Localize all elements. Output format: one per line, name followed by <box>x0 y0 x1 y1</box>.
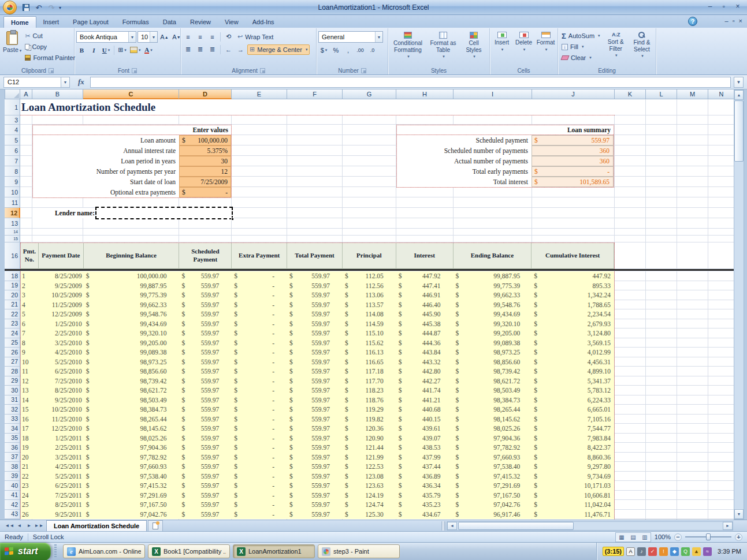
cell-A43[interactable]: 26 <box>21 510 33 520</box>
actual-number-of-payments-label[interactable]: Actual number of payments <box>397 156 532 166</box>
borders-button[interactable]: ⊞▾ <box>117 44 128 55</box>
row-header-27[interactable]: 27 <box>5 357 20 367</box>
cell-C20[interactable]: $99,775.39 <box>84 290 180 300</box>
scheduled-number-of-payments-label[interactable]: Scheduled number of payments <box>397 145 532 156</box>
number-of-payments-per-year-value[interactable]: 12 <box>179 166 231 177</box>
bold-button[interactable]: B <box>76 44 87 55</box>
cell-H24[interactable]: $444.87 <box>396 328 454 338</box>
cell-C43[interactable]: $97,042.76 <box>84 510 180 520</box>
cell-H20[interactable]: $446.91 <box>396 290 454 300</box>
cell-A28[interactable]: 11 <box>21 367 33 376</box>
cell-F32[interactable]: $559.97 <box>287 405 343 415</box>
cell-D31[interactable]: $559.97 <box>179 395 232 405</box>
cell-F24[interactable]: $559.97 <box>287 328 343 338</box>
cell-A30[interactable]: 13 <box>21 386 33 395</box>
cell-B37[interactable]: 3/25/2011 <box>33 453 84 462</box>
row-header-14[interactable]: 14 <box>5 229 20 236</box>
cell-I23[interactable]: $99,320.10 <box>454 319 532 329</box>
find-select-button[interactable]: Find & Select▾ <box>630 29 654 66</box>
cell-A37[interactable]: 20 <box>21 453 33 462</box>
cell-J29[interactable]: $5,341.37 <box>532 376 614 386</box>
row-header-42[interactable]: 42 <box>5 500 20 510</box>
column-header-H[interactable]: H <box>396 89 454 99</box>
align-left-icon[interactable]: ≣ <box>183 44 194 55</box>
decrease-indent-icon[interactable]: ← <box>223 44 234 55</box>
scroll-up-icon[interactable]: ▲ <box>734 90 744 100</box>
tab-formulas[interactable]: Formulas <box>116 16 156 28</box>
horizontal-scroll-thumb[interactable] <box>458 522 574 530</box>
align-center-icon[interactable]: ≣ <box>195 44 206 55</box>
row-header-6[interactable]: 6 <box>5 145 20 156</box>
row-header-24[interactable]: 24 <box>5 328 20 338</box>
cell-D18[interactable]: $559.97 <box>179 271 232 281</box>
cell-G32[interactable]: $119.29 <box>343 405 396 415</box>
cell-D22[interactable]: $559.97 <box>179 309 232 319</box>
cell-E27[interactable]: $- <box>232 357 287 367</box>
cell-I25[interactable]: $99,089.38 <box>454 338 532 348</box>
cell-C42[interactable]: $97,167.50 <box>84 500 180 510</box>
cell-J24[interactable]: $3,124.80 <box>532 328 614 338</box>
row-header-21[interactable]: 21 <box>5 300 20 310</box>
wrap-text-button[interactable]: ↩Wrap Text <box>235 32 276 42</box>
total-early-payments-value[interactable]: $- <box>532 166 614 177</box>
loan-period-in-years-label[interactable]: Loan period in years <box>33 156 179 166</box>
cell-I29[interactable]: $98,621.72 <box>454 376 532 386</box>
cell-F25[interactable]: $559.97 <box>287 338 343 348</box>
zoom-slider-thumb[interactable] <box>706 533 711 540</box>
cell-I26[interactable]: $98,973.25 <box>454 348 532 357</box>
cell-J21[interactable]: $1,788.65 <box>532 300 614 310</box>
cell-G43[interactable]: $125.30 <box>343 510 396 520</box>
cell-A32[interactable]: 15 <box>21 405 33 415</box>
table-header-extra-payment[interactable]: Extra Payment <box>232 243 287 269</box>
cell-B36[interactable]: 2/25/2011 <box>33 443 84 453</box>
workbook-minimize-button[interactable]: – <box>725 17 729 24</box>
copy-button[interactable]: Copy <box>23 42 77 52</box>
fill-color-button[interactable]: ▾ <box>129 44 142 55</box>
cell-D37[interactable]: $559.97 <box>179 453 232 462</box>
cell-B42[interactable]: 8/25/2011 <box>33 500 84 510</box>
cell-H18[interactable]: $447.92 <box>396 271 454 281</box>
cell-F38[interactable]: $559.97 <box>287 462 343 472</box>
delete-cells-button[interactable]: Delete▾ <box>514 29 534 66</box>
cell-I39[interactable]: $97,415.32 <box>454 472 532 481</box>
cell-A20[interactable]: 3 <box>21 290 33 300</box>
row-header-9[interactable]: 9 <box>5 177 20 187</box>
row-header-28[interactable]: 28 <box>5 367 20 376</box>
loan-amount-label[interactable]: Loan amount <box>33 135 179 145</box>
cell-I32[interactable]: $98,265.44 <box>454 405 532 415</box>
autosum-button[interactable]: ΣAutoSum▾ <box>560 31 602 41</box>
cell-D40[interactable]: $559.97 <box>179 481 232 491</box>
cell-H31[interactable]: $441.21 <box>396 395 454 405</box>
cell-E24[interactable]: $- <box>232 328 287 338</box>
cell-C28[interactable]: $98,856.60 <box>84 367 180 376</box>
cell-A40[interactable]: 23 <box>21 481 33 491</box>
cell-E41[interactable]: $- <box>232 491 287 501</box>
fill-button[interactable]: ↓Fill▾ <box>560 42 602 52</box>
tab-data[interactable]: Data <box>156 16 183 28</box>
cell-H41[interactable]: $435.79 <box>396 491 454 501</box>
row-header-8[interactable]: 8 <box>5 166 20 177</box>
cell-E21[interactable]: $- <box>232 300 287 310</box>
cell-A27[interactable]: 10 <box>21 357 33 367</box>
cell-F26[interactable]: $559.97 <box>287 348 343 357</box>
cell-D28[interactable]: $559.97 <box>179 367 232 376</box>
cell-C23[interactable]: $99,434.69 <box>84 319 180 329</box>
italic-button[interactable]: I <box>88 44 99 55</box>
cell-D27[interactable]: $559.97 <box>179 357 232 367</box>
cell-H29[interactable]: $442.27 <box>396 376 454 386</box>
cell-H39[interactable]: $436.89 <box>396 472 454 481</box>
cell-I27[interactable]: $98,856.60 <box>454 357 532 367</box>
row-header-4[interactable]: 4 <box>5 125 20 135</box>
cell-H42[interactable]: $435.23 <box>396 500 454 510</box>
row-header-31[interactable]: 31 <box>5 395 20 405</box>
cell-H28[interactable]: $442.80 <box>396 367 454 376</box>
cell-A18[interactable]: 1 <box>21 271 33 281</box>
column-header-I[interactable]: I <box>454 89 532 99</box>
cell-F22[interactable]: $559.97 <box>287 309 343 319</box>
cell-I22[interactable]: $99,434.69 <box>454 309 532 319</box>
font-color-button[interactable]: A▾ <box>143 44 154 55</box>
cell-F27[interactable]: $559.97 <box>287 357 343 367</box>
cell-J33[interactable]: $7,105.16 <box>532 415 614 424</box>
cell-A24[interactable]: 7 <box>21 328 33 338</box>
row-header-23[interactable]: 23 <box>5 319 20 329</box>
